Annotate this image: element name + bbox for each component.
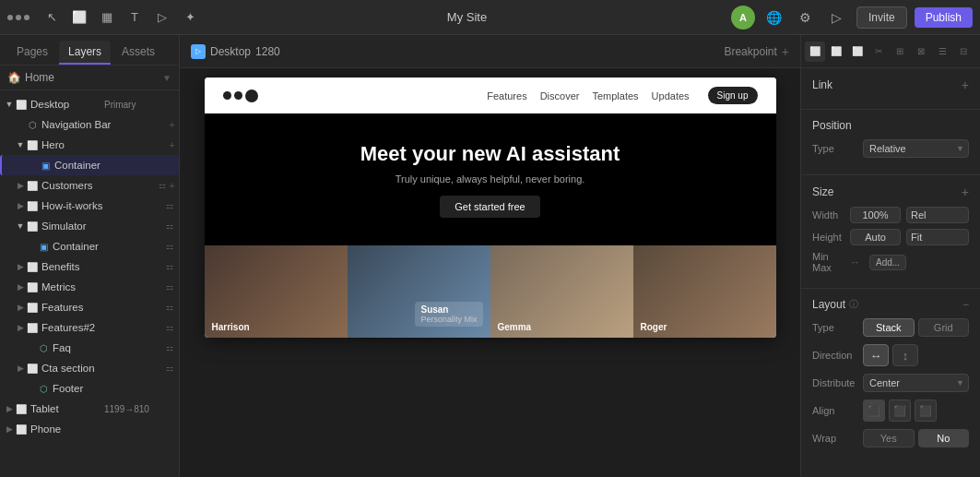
home-nav[interactable]: 🏠 Home ▼ — [0, 66, 179, 90]
layer-desktop[interactable]: ▼ ⬜ Desktop Primary — [0, 94, 179, 114]
layer-container-1[interactable]: ▣ Container — [0, 155, 179, 175]
settings-icon[interactable]: ⚙ — [794, 6, 818, 30]
position-section: Position Type Relative ▼ — [801, 110, 980, 175]
dir-horizontal-btn[interactable]: ↔ — [863, 344, 889, 366]
direction-buttons: ↔ ↕ — [863, 344, 918, 366]
layer-label-hero: Hero — [41, 139, 168, 150]
layer-features2[interactable]: ▶ ⬜ Features#2 ⚏ — [0, 317, 179, 338]
position-type-select[interactable]: Relative — [863, 139, 969, 158]
tool-cut[interactable]: ✂ — [868, 42, 889, 62]
nav-link-templates[interactable]: Templates — [592, 90, 638, 101]
tool-media[interactable]: ▷ — [149, 6, 175, 30]
layer-container-2[interactable]: ▣ Container ⚏ — [0, 236, 179, 256]
tool-frame[interactable]: ⬜ — [66, 6, 92, 30]
tool-align-left[interactable]: ⬜ — [805, 42, 825, 62]
tab-layers[interactable]: Layers — [59, 41, 111, 65]
layer-label-cta: Cta section — [41, 363, 166, 374]
tool-align-center-h[interactable]: ⬜ — [826, 42, 846, 62]
frame-icon-sim: ⬜ — [26, 220, 39, 233]
wrap-yes-btn[interactable]: Yes — [863, 429, 915, 447]
position-type-select-wrap: Relative ▼ — [863, 139, 969, 158]
position-title: Position — [812, 119, 969, 132]
site-nav-links: Features Discover Templates Updates — [487, 90, 689, 101]
tool-wrap[interactable]: ⊠ — [911, 42, 931, 62]
align-label: Align — [812, 405, 863, 416]
layer-footer[interactable]: ⬡ Footer — [0, 378, 179, 399]
width-input[interactable] — [850, 207, 901, 223]
position-type-row: Type Relative ▼ — [812, 139, 969, 158]
arrow-c1 — [28, 160, 39, 171]
topbar-right: A 🌐 ⚙ ▷ Invite Publish — [731, 6, 973, 30]
layer-cta[interactable]: ▶ ⬜ Cta section ⚏ — [0, 358, 179, 378]
nav-link-features[interactable]: Features — [487, 90, 526, 101]
tool-more[interactable]: ✦ — [177, 6, 203, 30]
hero-cta[interactable]: Get started free — [440, 196, 539, 218]
device-name: Desktop — [210, 45, 251, 58]
home-label: Home — [25, 71, 54, 84]
layer-how[interactable]: ▶ ⬜ How-it-works ⚏ — [0, 196, 179, 216]
arrow-customers: ▶ — [15, 180, 26, 191]
layer-tablet[interactable]: ▶ ⬜ Tablet 1199→810 — [0, 399, 179, 419]
layout-section: Layout ⓘ − Type Stack Grid Direction ↔ ↕ — [801, 289, 980, 464]
panel-toolbar: ⬜ ⬜ ⬜ ✂ ⊞ ⊠ ☰ ⊟ — [801, 35, 980, 68]
height-label: Height — [812, 232, 844, 243]
direction-row: Direction ↔ ↕ — [812, 344, 969, 366]
layer-hero[interactable]: ▼ ⬜ Hero + — [0, 135, 179, 155]
layer-faq[interactable]: ⬡ Faq ⚏ — [0, 338, 179, 358]
layer-phone[interactable]: ▶ ⬜ Phone — [0, 419, 179, 439]
canvas-viewport[interactable]: Features Discover Templates Updates Sign… — [180, 68, 800, 477]
link-row: Link + — [812, 78, 969, 92]
nav-link-updates[interactable]: Updates — [652, 90, 690, 101]
layer-customers[interactable]: ▶ ⬜ Customers ⚏ + — [0, 175, 179, 196]
layer-features[interactable]: ▶ ⬜ Features ⚏ — [0, 297, 179, 317]
height-input[interactable] — [850, 229, 901, 245]
tool-grid2[interactable]: ⊟ — [953, 42, 974, 62]
distribute-select[interactable]: Center — [863, 374, 969, 392]
size-add[interactable]: + — [962, 185, 969, 199]
tool-grid[interactable]: ▦ — [94, 6, 120, 30]
arrow-features2: ▶ — [15, 322, 26, 333]
tool-cursor[interactable]: ↖ — [39, 6, 65, 30]
layer-nav-bar[interactable]: ⬡ Navigation Bar + — [0, 114, 179, 135]
tool-stack[interactable]: ☰ — [932, 42, 952, 62]
nav-link-discover[interactable]: Discover — [540, 90, 580, 101]
nav-cta[interactable]: Sign up — [708, 87, 758, 104]
user-avatar[interactable]: A — [731, 6, 755, 30]
distribute-row: Distribute Center ▼ — [812, 374, 969, 392]
tool-text[interactable]: T — [122, 6, 148, 30]
tool-align-right[interactable]: ⬜ — [847, 42, 868, 62]
layer-label-c2: Container — [53, 241, 166, 252]
add-breakpoint[interactable]: + — [782, 44, 789, 59]
tool-distribute[interactable]: ⊞ — [890, 42, 910, 62]
height-unit-select[interactable]: Fit — [906, 229, 969, 245]
layer-benefits[interactable]: ▶ ⬜ Benefits ⚏ — [0, 256, 179, 277]
wrap-row: Wrap Yes No — [812, 429, 969, 447]
dir-vertical-btn[interactable]: ↕ — [892, 344, 918, 366]
align-end-btn[interactable]: ⬛ — [915, 399, 937, 422]
wrap-no-btn[interactable]: No — [918, 429, 970, 447]
add-hero[interactable]: + — [170, 139, 175, 150]
type-stack-btn[interactable]: Stack — [863, 318, 915, 337]
type-grid-btn[interactable]: Grid — [918, 318, 970, 337]
frame-icon-cta: ⬜ — [26, 362, 39, 375]
align-start-btn[interactable]: ⬛ — [863, 399, 885, 422]
publish-button[interactable]: Publish — [915, 7, 973, 28]
logo-dot-1 — [223, 91, 231, 100]
arrow-cta: ▶ — [15, 363, 26, 374]
invite-button[interactable]: Invite — [856, 6, 907, 29]
layer-simulator[interactable]: ▼ ⬜ Simulator ⚏ — [0, 216, 179, 236]
globe-icon[interactable]: 🌐 — [762, 6, 786, 30]
minmax-add[interactable]: Add... — [869, 255, 906, 270]
direction-label: Direction — [812, 350, 863, 361]
layer-metrics[interactable]: ▶ ⬜ Metrics ⚏ — [0, 277, 179, 297]
layout-collapse[interactable]: − — [962, 298, 969, 311]
tab-pages[interactable]: Pages — [7, 41, 57, 65]
align-center-btn[interactable]: ⬛ — [889, 399, 911, 422]
width-unit-select[interactable]: Rel — [906, 207, 969, 223]
arrow-sim: ▼ — [15, 221, 26, 232]
add-nav[interactable]: + — [170, 119, 175, 130]
add-customers[interactable]: + — [170, 180, 175, 191]
play-icon[interactable]: ▷ — [825, 6, 849, 30]
tab-assets[interactable]: Assets — [112, 41, 164, 65]
link-add[interactable]: + — [962, 78, 969, 92]
